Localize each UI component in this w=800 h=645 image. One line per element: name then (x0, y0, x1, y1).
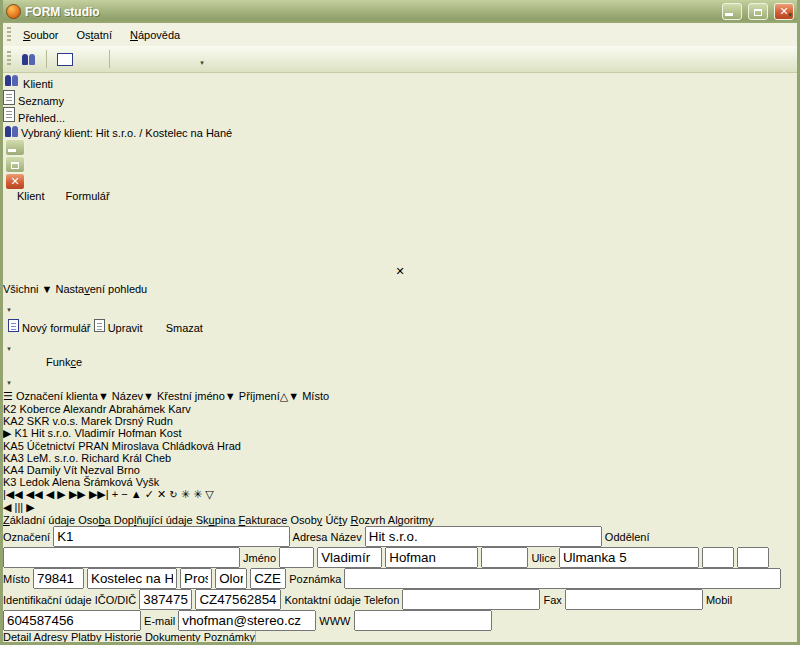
kraj-field[interactable] (215, 568, 247, 589)
table-row[interactable]: KA5 Účetnictví PRAN Miroslava Chládková … (3, 440, 797, 452)
www-link-label[interactable]: WWW (319, 615, 350, 627)
dic-field[interactable] (195, 589, 281, 610)
cell[interactable]: Richard (81, 452, 119, 464)
cell[interactable]: Král (122, 452, 142, 464)
forms-button[interactable] (79, 48, 104, 71)
tab-fakturace[interactable]: Fakturace (239, 514, 288, 526)
sidebar-item-seznamy[interactable]: Seznamy (3, 90, 797, 107)
delete-form-button[interactable]: Smazat (146, 322, 203, 334)
nav-first-button[interactable]: |◀◀ (3, 488, 23, 500)
jmeno-field[interactable] (317, 547, 382, 568)
table-row-selected[interactable]: ▶ K1 Hit s.r.o. Vladimír Hofman Kost (3, 427, 797, 440)
ico-field[interactable] (139, 589, 192, 610)
chevron-down-icon[interactable]: ▼ (225, 390, 236, 402)
edit-form-button[interactable]: Upravit (94, 322, 146, 334)
archive-button[interactable] (3, 237, 797, 260)
sidebar-item-klienti[interactable]: Klienti (3, 73, 797, 90)
cell[interactable]: Alexandr (63, 403, 106, 415)
nav-prior-page-button[interactable]: ◀◀ (26, 488, 43, 500)
cell[interactable]: Kost (159, 427, 181, 439)
fax-field[interactable] (565, 589, 703, 610)
minimize-button[interactable] (722, 3, 742, 20)
www-field[interactable] (354, 610, 492, 631)
cell[interactable]: Vyšk (136, 476, 159, 488)
cell[interactable]: Damily (27, 464, 61, 476)
column-header-oznaceni[interactable]: Označení klienta▼ (16, 390, 109, 402)
cell[interactable]: SKR v.o.s. (27, 415, 78, 427)
tab-zakladni-udaje[interactable]: Základní údaje (3, 514, 75, 526)
functions-button[interactable]: Funkce (46, 356, 82, 368)
cell[interactable]: Koberce (20, 403, 61, 415)
cislo-orientacni-field[interactable] (737, 547, 769, 568)
cislo-popisne-field[interactable] (702, 547, 734, 568)
delete-client-button[interactable]: ✕ (3, 260, 797, 283)
column-header-nazev[interactable]: Název▼ (112, 390, 154, 402)
table-row[interactable]: K3 Ledok Alena Šrámková Vyšk (3, 476, 797, 488)
scroll-thumb[interactable]: ||| (15, 501, 24, 513)
scroll-right-icon[interactable]: ▶ (26, 501, 34, 513)
new-form-button[interactable]: Nový formulář (8, 322, 94, 334)
cell[interactable]: K2 (3, 403, 16, 415)
cell[interactable]: Karv (168, 403, 191, 415)
column-header-misto[interactable]: Místo (302, 390, 329, 402)
cell[interactable]: Chládková (162, 440, 214, 452)
tab-algoritmy[interactable]: Algoritmy (388, 514, 434, 526)
stat-field[interactable] (250, 568, 286, 589)
table-horizontal-scrollbar[interactable]: ◀ ||| ▶ (3, 501, 797, 514)
tab-rozvrh[interactable]: Rozvrh (350, 514, 385, 526)
cell[interactable]: Cheb (145, 452, 171, 464)
toolbar-grip[interactable] (7, 27, 11, 43)
menu-napoveda[interactable]: Nápověda (121, 26, 189, 44)
nav-delete-button[interactable]: − (121, 488, 127, 500)
psc-field[interactable] (33, 568, 84, 589)
menu-ostatni[interactable]: Ostatní (67, 26, 120, 44)
cell[interactable]: Hrad (217, 440, 241, 452)
print-button[interactable] (115, 48, 140, 71)
telefon-field[interactable] (402, 589, 540, 610)
clients-button[interactable] (16, 48, 41, 71)
view-settings-button[interactable]: Nastavení pohledu (55, 283, 147, 295)
misto-field[interactable] (87, 568, 177, 589)
oddeleni-field[interactable] (3, 547, 240, 568)
cell[interactable]: Drsný (115, 415, 144, 427)
table-row[interactable]: KA2 SKR v.o.s. Marek Drsný Rudn (3, 415, 797, 427)
cell[interactable]: KA2 (3, 415, 24, 427)
nav-bookmark-button[interactable]: ✳ (181, 488, 190, 500)
tab-osoby[interactable]: Osoby (291, 514, 323, 526)
cell[interactable]: Vít (64, 464, 77, 476)
cell[interactable]: Nezval (80, 464, 114, 476)
email-link-label[interactable]: E-mail (144, 615, 175, 627)
cell[interactable]: K3 (3, 476, 16, 488)
cell-selected[interactable]: K1 (15, 427, 28, 439)
cell[interactable]: Hit s.r.o. (31, 427, 71, 439)
nav-filter-button[interactable]: ▽ (205, 488, 213, 500)
copy-button[interactable] (142, 48, 167, 71)
nav-next-button[interactable]: ▶ (57, 488, 65, 500)
chevron-down-icon[interactable]: ▼ (42, 283, 53, 295)
cell[interactable]: KA3 (3, 452, 24, 464)
tab-historie[interactable]: Historie (105, 631, 142, 643)
nav-goto-bookmark-button[interactable]: ✳ (193, 488, 202, 500)
table-row[interactable]: KA4 Damily Vít Nezval Brno (3, 464, 797, 476)
tab-skupina[interactable]: Skupina (196, 514, 236, 526)
table-row[interactable]: K2 Koberce Alexandr Abrahámek Karv (3, 403, 797, 415)
chevron-down-icon[interactable]: ▼ (98, 390, 109, 402)
nav-prior-button[interactable]: ◀ (46, 488, 54, 500)
maximize-button[interactable] (748, 3, 768, 20)
nav-cancel-button[interactable]: ✕ (157, 488, 166, 500)
filter-combobox[interactable]: Všichni ▼ (3, 283, 55, 295)
toolbar-grip[interactable] (7, 51, 11, 67)
oznaceni-field[interactable] (53, 526, 290, 547)
nav-insert-button[interactable]: + (112, 488, 118, 500)
scroll-left-icon[interactable]: ◀ (3, 501, 11, 513)
sidebar-item-prehled[interactable]: Přehled... (3, 107, 797, 124)
nav-last-button[interactable]: ▶▶| (89, 488, 109, 500)
toolbar-overflow-chevron[interactable]: ▾ (3, 295, 15, 317)
inner-minimize-button[interactable] (5, 139, 25, 156)
nav-refresh-button[interactable]: ↻ (169, 489, 177, 500)
cell[interactable]: Vladimír (74, 427, 114, 439)
email-field[interactable] (178, 610, 316, 631)
cell[interactable]: Šrámková (83, 476, 133, 488)
cell[interactable]: KA5 (3, 440, 24, 452)
cell[interactable]: Miroslava (112, 440, 159, 452)
